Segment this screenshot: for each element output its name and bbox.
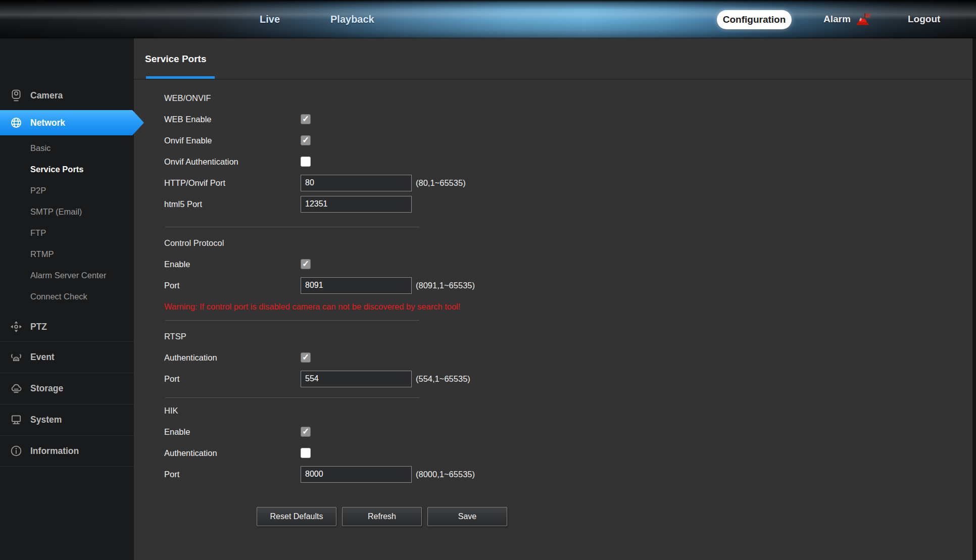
form-row: Onvif Authentication bbox=[164, 151, 976, 172]
form-row: Port (8000,1~65535) bbox=[164, 464, 976, 485]
active-tab-underline bbox=[146, 76, 215, 79]
control-port-warning: Warning: If control port is disabled cam… bbox=[164, 296, 976, 317]
section-divider bbox=[165, 397, 419, 398]
port-range-hint: (554,1~65535) bbox=[416, 374, 470, 384]
sidebar-item-camera[interactable]: Camera bbox=[0, 81, 134, 110]
scrollbar-track[interactable] bbox=[972, 38, 976, 560]
field-label: Port bbox=[164, 374, 301, 384]
section-divider bbox=[165, 320, 419, 321]
sidebar-item-label: Network bbox=[30, 118, 65, 128]
tab-configuration[interactable]: Configuration bbox=[717, 10, 792, 29]
alarm-button[interactable]: Alarm bbox=[823, 0, 871, 38]
hik-port-input[interactable] bbox=[301, 466, 412, 483]
storage-icon bbox=[10, 382, 23, 395]
reset-defaults-button[interactable]: Reset Defaults bbox=[257, 507, 336, 526]
sidebar-item-storage[interactable]: Storage bbox=[0, 373, 134, 404]
control-port-input[interactable] bbox=[301, 277, 412, 294]
form-row: Onvif Enable bbox=[164, 130, 976, 151]
alarm-label: Alarm bbox=[823, 14, 851, 25]
tab-playback[interactable]: Playback bbox=[330, 0, 374, 38]
section-divider bbox=[165, 227, 419, 227]
section-title-hik: HIK bbox=[164, 400, 976, 421]
form-row: Port (8091,1~65535) bbox=[164, 275, 976, 296]
sidebar-subitem-smtp[interactable]: SMTP (Email) bbox=[0, 201, 134, 222]
section-title-web-onvif: WEB/ONVIF bbox=[164, 87, 976, 109]
system-icon bbox=[10, 414, 23, 427]
web-enable-checkbox[interactable] bbox=[301, 114, 311, 124]
hik-authentication-checkbox[interactable] bbox=[301, 448, 311, 458]
html5-port-input[interactable] bbox=[301, 196, 412, 213]
section-title-rtsp: RTSP bbox=[164, 326, 976, 347]
control-enable-checkbox[interactable] bbox=[301, 259, 311, 269]
main-content: Service Ports WEB/ONVIF WEB Enable Onvif… bbox=[134, 38, 976, 560]
field-label: WEB Enable bbox=[164, 115, 301, 124]
sidebar-subitem-ftp[interactable]: FTP bbox=[0, 222, 134, 243]
sidebar-subitem-alarm-server-center[interactable]: Alarm Server Center bbox=[0, 265, 134, 286]
ptz-icon bbox=[10, 320, 23, 333]
rtsp-port-input[interactable] bbox=[301, 371, 412, 387]
event-icon bbox=[10, 351, 23, 364]
sidebar-subitem-p2p[interactable]: P2P bbox=[0, 180, 134, 201]
camera-config-app: Live Playback Configuration Alarm Logout bbox=[0, 0, 976, 560]
sidebar-item-system[interactable]: System bbox=[0, 404, 134, 435]
network-submenu: Basic Service Ports P2P SMTP (Email) FTP… bbox=[0, 135, 134, 310]
sidebar-item-event[interactable]: Event bbox=[0, 341, 134, 373]
form-row: Authentication bbox=[164, 442, 976, 464]
onvif-authentication-checkbox[interactable] bbox=[301, 157, 311, 167]
field-label: html5 Port bbox=[164, 199, 301, 209]
service-ports-form: WEB/ONVIF WEB Enable Onvif Enable Onvif … bbox=[134, 80, 976, 526]
hik-enable-checkbox[interactable] bbox=[301, 427, 311, 437]
camera-icon bbox=[10, 89, 23, 102]
field-label: Onvif Enable bbox=[164, 136, 301, 145]
action-buttons-row: Reset Defaults Refresh Save bbox=[257, 507, 976, 526]
field-label: Authentication bbox=[164, 353, 301, 363]
form-row: Enable bbox=[164, 253, 976, 275]
form-row: Enable bbox=[164, 421, 976, 442]
field-label: Authentication bbox=[164, 448, 301, 458]
field-label: Onvif Authentication bbox=[164, 157, 301, 167]
form-row: Port (554,1~65535) bbox=[164, 368, 976, 389]
onvif-enable-checkbox[interactable] bbox=[301, 135, 311, 145]
port-range-hint: (8091,1~65535) bbox=[416, 281, 475, 290]
sidebar-item-label: Camera bbox=[30, 90, 63, 101]
form-row: Authentication bbox=[164, 347, 976, 368]
network-icon bbox=[10, 116, 23, 129]
content-tabs-bar: Service Ports bbox=[134, 38, 976, 80]
sidebar-item-ptz[interactable]: PTZ bbox=[0, 312, 134, 341]
refresh-button[interactable]: Refresh bbox=[342, 507, 422, 526]
form-row: html5 Port bbox=[164, 193, 976, 215]
port-range-hint: (80,1~65535) bbox=[416, 178, 466, 188]
sidebar-item-label: PTZ bbox=[30, 322, 47, 332]
sidebar-subitem-connect-check[interactable]: Connect Check bbox=[0, 286, 134, 307]
tab-service-ports[interactable]: Service Ports bbox=[145, 38, 206, 80]
information-icon bbox=[10, 444, 23, 457]
rtsp-authentication-checkbox[interactable] bbox=[301, 352, 311, 363]
sidebar: Camera Network Basic Service Ports P2P S… bbox=[0, 38, 134, 560]
sidebar-item-label: Storage bbox=[30, 383, 63, 394]
top-navigation-bar: Live Playback Configuration Alarm Logout bbox=[0, 0, 976, 38]
save-button[interactable]: Save bbox=[427, 507, 507, 526]
http-onvif-port-input[interactable] bbox=[301, 175, 412, 191]
field-label: Port bbox=[164, 281, 301, 290]
sidebar-subitem-basic[interactable]: Basic bbox=[0, 137, 134, 159]
form-row: WEB Enable bbox=[164, 109, 976, 130]
tab-live[interactable]: Live bbox=[260, 0, 280, 38]
sidebar-item-information[interactable]: Information bbox=[0, 435, 134, 467]
field-label: Enable bbox=[164, 427, 301, 437]
sidebar-item-label: Event bbox=[30, 352, 55, 363]
field-label: HTTP/Onvif Port bbox=[164, 178, 301, 188]
sidebar-subitem-rtmp[interactable]: RTMP bbox=[0, 243, 134, 265]
sidebar-item-network[interactable]: Network bbox=[0, 110, 144, 135]
sidebar-item-label: Information bbox=[30, 446, 79, 456]
field-label: Enable bbox=[164, 260, 301, 269]
sidebar-item-label: System bbox=[30, 415, 62, 425]
alarm-siren-icon bbox=[854, 12, 871, 27]
sidebar-spacer bbox=[0, 38, 134, 81]
form-row: HTTP/Onvif Port (80,1~65535) bbox=[164, 172, 976, 193]
port-range-hint: (8000,1~65535) bbox=[416, 470, 475, 479]
sidebar-subitem-service-ports[interactable]: Service Ports bbox=[0, 159, 134, 180]
logout-button[interactable]: Logout bbox=[908, 0, 940, 38]
field-label: Port bbox=[164, 470, 301, 479]
section-title-control-protocol: Control Protocol bbox=[164, 232, 976, 253]
